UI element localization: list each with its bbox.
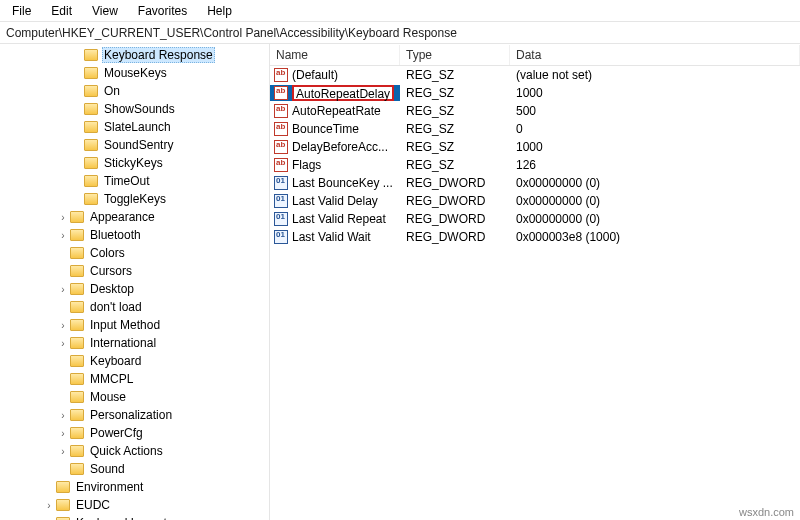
value-data: 1000 [510, 140, 800, 154]
tree-item-label: Appearance [88, 210, 157, 224]
values-pane[interactable]: Name Type Data (Default)REG_SZ(value not… [270, 44, 800, 520]
tree-item[interactable]: ·SoundSentry [0, 136, 270, 154]
value-name: Last Valid Repeat [292, 212, 386, 226]
tree-item[interactable]: ›Bluetooth [0, 226, 270, 244]
value-name-cell[interactable]: AutoRepeatRate [270, 104, 400, 118]
menu-favorites[interactable]: Favorites [130, 2, 195, 20]
tree-item-label: MouseKeys [102, 66, 169, 80]
value-row[interactable]: FlagsREG_SZ126 [270, 156, 800, 174]
column-header-type[interactable]: Type [400, 45, 510, 65]
value-name-cell[interactable]: DelayBeforeAcc... [270, 140, 400, 154]
tree-item[interactable]: ·On [0, 82, 270, 100]
tree-item[interactable]: ·Colors [0, 244, 270, 262]
tree-item[interactable]: ›PowerCfg [0, 424, 270, 442]
tree-item[interactable]: ·SlateLaunch [0, 118, 270, 136]
folder-icon [84, 175, 98, 187]
value-row[interactable]: Last Valid DelayREG_DWORD0x00000000 (0) [270, 192, 800, 210]
column-header-data[interactable]: Data [510, 45, 800, 65]
value-type: REG_SZ [400, 86, 510, 100]
tree-item[interactable]: ›Desktop [0, 280, 270, 298]
value-name-edit[interactable]: AutoRepeatDelay [292, 85, 394, 101]
tree-item[interactable]: ›Personalization [0, 406, 270, 424]
tree-item[interactable]: ·Mouse [0, 388, 270, 406]
value-row[interactable]: BounceTimeREG_SZ0 [270, 120, 800, 138]
tree-item-label: SoundSentry [102, 138, 175, 152]
value-name-cell[interactable]: Last Valid Delay [270, 194, 400, 208]
tree-item[interactable]: ›Input Method [0, 316, 270, 334]
value-name-cell[interactable]: BounceTime [270, 122, 400, 136]
tree-item[interactable]: ›International [0, 334, 270, 352]
tree-item[interactable]: ·StickyKeys [0, 154, 270, 172]
tree-item-label: Cursors [88, 264, 134, 278]
tree-item[interactable]: ·MMCPL [0, 370, 270, 388]
tree-item[interactable]: ·don't load [0, 298, 270, 316]
tree-item[interactable]: ·TimeOut [0, 172, 270, 190]
value-data: 500 [510, 104, 800, 118]
menu-file[interactable]: File [4, 2, 39, 20]
chevron-right-icon[interactable]: › [42, 500, 56, 511]
chevron-right-icon[interactable]: › [56, 446, 70, 457]
tree-item-label: Environment [74, 480, 145, 494]
tree-item[interactable]: ·Cursors [0, 262, 270, 280]
tree-item[interactable]: ›Quick Actions [0, 442, 270, 460]
folder-icon [84, 103, 98, 115]
value-row[interactable]: AutoRepeatRateREG_SZ500 [270, 102, 800, 120]
value-name-cell[interactable]: AutoRepeatDelay [270, 85, 400, 101]
folder-icon [70, 319, 84, 331]
value-row[interactable]: Last Valid RepeatREG_DWORD0x00000000 (0) [270, 210, 800, 228]
value-data: 0x00000000 (0) [510, 212, 800, 226]
tree-item[interactable]: ·Keyboard [0, 352, 270, 370]
folder-icon [70, 283, 84, 295]
menu-edit[interactable]: Edit [43, 2, 80, 20]
chevron-right-icon[interactable]: › [56, 410, 70, 421]
value-type: REG_SZ [400, 104, 510, 118]
value-name: Last BounceKey ... [292, 176, 393, 190]
tree-item-label: Keyboard Layout [74, 516, 169, 520]
value-data: (value not set) [510, 68, 800, 82]
value-row[interactable]: (Default)REG_SZ(value not set) [270, 66, 800, 84]
value-row[interactable]: Last BounceKey ...REG_DWORD0x00000000 (0… [270, 174, 800, 192]
menu-view[interactable]: View [84, 2, 126, 20]
chevron-right-icon[interactable]: › [56, 428, 70, 439]
value-name-cell[interactable]: Last Valid Wait [270, 230, 400, 244]
tree-item-label: Colors [88, 246, 127, 260]
tree-pane[interactable]: ·Keyboard Response·MouseKeys·On·ShowSoun… [0, 44, 270, 520]
value-name-cell[interactable]: Last BounceKey ... [270, 176, 400, 190]
folder-icon [70, 265, 84, 277]
binary-value-icon [274, 230, 288, 244]
chevron-right-icon[interactable]: › [56, 284, 70, 295]
tree-item[interactable]: ·Sound [0, 460, 270, 478]
string-value-icon [274, 158, 288, 172]
value-data: 0x000003e8 (1000) [510, 230, 800, 244]
value-name-cell[interactable]: (Default) [270, 68, 400, 82]
tree-item[interactable]: ·ShowSounds [0, 100, 270, 118]
value-name-cell[interactable]: Flags [270, 158, 400, 172]
value-row[interactable]: AutoRepeatDelayREG_SZ1000 [270, 84, 800, 102]
column-header-name[interactable]: Name [270, 45, 400, 65]
tree-item-label: International [88, 336, 158, 350]
chevron-right-icon[interactable]: › [56, 230, 70, 241]
value-data: 1000 [510, 86, 800, 100]
tree-item[interactable]: ›EUDC [0, 496, 270, 514]
tree-item[interactable]: ›Keyboard Layout [0, 514, 270, 520]
folder-icon [70, 301, 84, 313]
chevron-right-icon[interactable]: › [56, 338, 70, 349]
string-value-icon [274, 140, 288, 154]
menu-help[interactable]: Help [199, 2, 240, 20]
address-bar[interactable]: Computer\HKEY_CURRENT_USER\Control Panel… [0, 22, 800, 44]
tree-item[interactable]: ›Appearance [0, 208, 270, 226]
value-name-cell[interactable]: Last Valid Repeat [270, 212, 400, 226]
tree-item[interactable]: ·ToggleKeys [0, 190, 270, 208]
value-row[interactable]: Last Valid WaitREG_DWORD0x000003e8 (1000… [270, 228, 800, 246]
tree-item-label: Mouse [88, 390, 128, 404]
value-type: REG_DWORD [400, 212, 510, 226]
tree-item[interactable]: ·Keyboard Response [0, 46, 270, 64]
tree-item[interactable]: ·Environment [0, 478, 270, 496]
values-header: Name Type Data [270, 44, 800, 66]
chevron-right-icon[interactable]: › [56, 320, 70, 331]
tree-item-label: On [102, 84, 122, 98]
tree-item[interactable]: ·MouseKeys [0, 64, 270, 82]
folder-icon [70, 373, 84, 385]
chevron-right-icon[interactable]: › [56, 212, 70, 223]
value-row[interactable]: DelayBeforeAcc...REG_SZ1000 [270, 138, 800, 156]
